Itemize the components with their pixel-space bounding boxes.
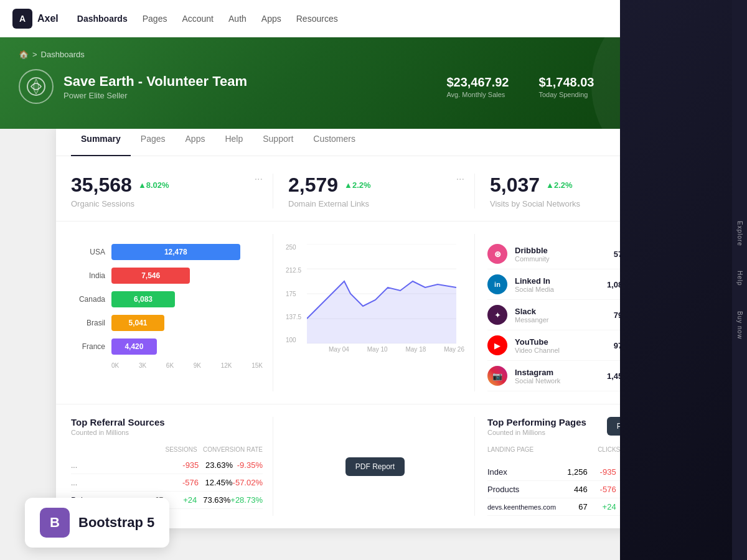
pages-sub: Counted in Millions <box>487 429 586 436</box>
bar-axis: 0K 3K 6K 9K 12K 15K <box>71 362 263 369</box>
instagram-icon: 📷 <box>487 366 507 386</box>
bar-row-usa: USA 12,478 <box>71 244 263 260</box>
bar-row-india: India 7,546 <box>71 268 263 284</box>
dribbble-icon: ⊛ <box>487 244 507 264</box>
youtube-info: YouTube Video Channel <box>515 337 606 354</box>
chart-x-labels: May 04 May 10 May 18 May 26 <box>308 346 464 353</box>
instagram-info: Instagram Social Network <box>515 368 599 385</box>
watermark-text: Bootstrap 5 <box>78 515 154 531</box>
dribbble-info: Dribbble Community <box>515 246 606 263</box>
linkedin-info: Linked In Social Media <box>515 276 599 293</box>
stat-badge-3: ▲2.2% <box>546 180 573 190</box>
stat-badge-1: ▲8.02% <box>138 180 169 190</box>
nav-link-pages[interactable]: Pages <box>143 14 167 24</box>
hero-logo <box>19 69 54 104</box>
nav-link-resources[interactable]: Resources <box>296 14 338 24</box>
nav-links: Dashboards Pages Account Auth Apps Resou… <box>77 14 626 24</box>
referral-row-1: ... -935 23.63% -9.35% <box>71 457 263 474</box>
line-chart: 250 212.5 175 137.5 100 <box>286 244 464 353</box>
bar-row-brasil: Brasil 5,041 <box>71 315 263 331</box>
bar-chart: USA 12,478 India 7,546 <box>71 244 263 369</box>
home-icon[interactable]: 🏠 <box>19 50 29 59</box>
bar-row-france: France 4,420 <box>71 338 263 355</box>
bar-canada: 6,083 <box>111 291 175 307</box>
more-btn-2[interactable]: ··· <box>456 174 464 185</box>
buy-now-label[interactable]: Buy now <box>736 311 743 339</box>
bar-label-france: France <box>71 342 105 351</box>
watermark: B Bootstrap 5 <box>25 498 169 548</box>
slack-info: Slack Messanger <box>515 307 606 324</box>
hero-stat-1: $23,467.92 Avg. Monthly Sales <box>446 75 509 98</box>
line-chart-svg <box>307 244 456 343</box>
bar-chart-section: USA 12,478 India 7,546 <box>71 234 273 391</box>
hero-info: Save Earth - Volunteer Team Power Elite … <box>63 73 247 100</box>
explore-label[interactable]: Explore <box>736 221 743 246</box>
slack-icon: ✦ <box>487 305 507 325</box>
main-card: Summary Pages Apps Help Support Customer… <box>56 123 691 528</box>
pdf-section: PDF Report <box>273 417 474 516</box>
hero-title: Save Earth - Volunteer Team <box>63 73 247 90</box>
bar-label-brasil: Brasil <box>71 319 105 327</box>
brand-name: Axel <box>37 13 59 24</box>
linkedin-icon: in <box>487 274 507 294</box>
pdf-report-btn-1[interactable]: PDF Report <box>345 457 405 476</box>
bootstrap-icon: B <box>40 508 70 538</box>
nav-link-dashboards[interactable]: Dashboards <box>77 14 128 24</box>
bar-label-canada: Canada <box>71 295 105 304</box>
stat-domain-links: ··· 2,579 ▲2.2% Domain External Links <box>273 174 474 208</box>
dark-overlay <box>620 0 732 553</box>
pages-title: Top Performing Pages <box>487 417 586 427</box>
bar-usa: 12,478 <box>111 244 240 260</box>
nav-link-auth[interactable]: Auth <box>228 14 247 24</box>
nav-brand[interactable]: A Axel <box>12 9 59 29</box>
bar-row-canada: Canada 6,083 <box>71 291 263 307</box>
stat-badge-2: ▲2.2% <box>344 180 371 190</box>
stat-organic-sessions: ··· 35,568 ▲8.02% Organic Sessions <box>71 174 273 208</box>
charts-row: USA 12,478 India 7,546 <box>56 222 691 404</box>
hero-stat-2: $1,748.03 Today Spending <box>539 75 594 98</box>
youtube-icon: ▶ <box>487 335 507 355</box>
line-chart-section: 250 212.5 175 137.5 100 <box>273 234 474 391</box>
nav-link-account[interactable]: Account <box>182 14 214 24</box>
nav-link-apps[interactable]: Apps <box>261 14 281 24</box>
hero-subtitle: Power Elite Seller <box>63 91 247 100</box>
bar-label-india: India <box>71 271 105 280</box>
chart-y-labels: 250 212.5 175 137.5 100 <box>286 244 304 343</box>
bar-label-usa: USA <box>71 248 105 256</box>
more-btn-1[interactable]: ··· <box>255 174 263 185</box>
bar-brasil: 5,041 <box>111 315 164 331</box>
help-label[interactable]: Help <box>736 271 743 286</box>
bar-india: 7,546 <box>111 268 190 284</box>
chart-area <box>307 281 456 343</box>
bar-france: 4,420 <box>111 338 157 355</box>
right-panel: Explore Help Buy now <box>732 0 747 553</box>
referral-title: Top Referral Sources <box>71 417 165 427</box>
brand-icon: A <box>12 9 32 29</box>
referral-sub: Counted in Millions <box>71 429 165 436</box>
stats-row: ··· 35,568 ▲8.02% Organic Sessions ··· 2… <box>56 156 691 222</box>
referral-row-2: ... -576 12.45% -57.02% <box>71 474 263 492</box>
